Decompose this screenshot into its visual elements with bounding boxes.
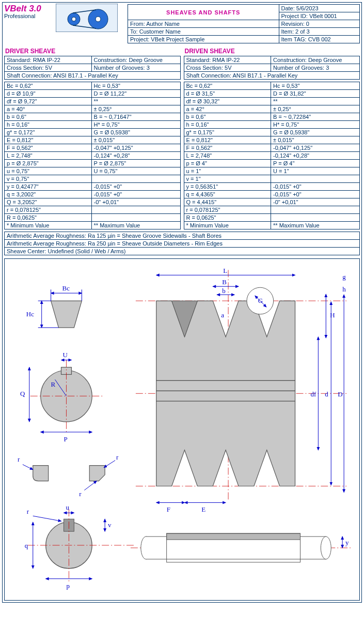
param-cell: B = ~ 0,71647"	[91, 113, 180, 121]
param-cell: L = 2,748"	[184, 152, 271, 160]
param-cell: Q = 4,4415"	[184, 198, 271, 206]
param-cell: -0,047" +0,125"	[271, 144, 360, 152]
param-cell: E = 0,812"	[5, 136, 92, 144]
driver-standard: Standard: RMA IP-22	[5, 56, 92, 64]
page-title: SHEAVES AND SHAFTS	[128, 5, 279, 20]
param-cell: -0,015" +0"	[91, 183, 180, 191]
param-cell: Bc = 0,62"	[184, 82, 271, 90]
dim-a: a	[221, 311, 224, 319]
param-cell: d = Ø 31,5"	[184, 90, 271, 98]
belt-logo-icon	[56, 4, 118, 32]
driven-xsect: Cross Section: 5V	[184, 64, 271, 72]
dim-L: L	[223, 267, 227, 274]
param-cell: D = Ø 11,22"	[91, 90, 180, 98]
param-cell: a = 42°	[184, 105, 271, 113]
param-cell: H* = 0,75"	[271, 121, 360, 129]
dim-Q: Q	[20, 390, 25, 397]
logo-block: VBelt 3.0 Professional	[4, 4, 125, 43]
param-cell: ± 0,25°	[271, 105, 360, 113]
dim-u: u	[66, 503, 69, 511]
param-cell: U = 0,75"	[91, 167, 180, 175]
meta-date: Date: 5/6/2023	[279, 5, 360, 12]
param-cell: D = Ø 31,82"	[271, 90, 360, 98]
param-cell: * Minimum Value	[5, 222, 92, 229]
param-cell: ** Maximum Value	[91, 222, 180, 229]
dim-h: h	[342, 285, 346, 293]
param-cell: **	[91, 98, 180, 105]
svg-rect-35	[156, 380, 295, 391]
dim-G: G	[258, 297, 263, 304]
dim-U: U	[63, 351, 68, 359]
param-cell: B = ~ 0,72284"	[271, 113, 360, 121]
param-cell: H* = 0,75"	[91, 121, 180, 129]
param-cell	[91, 206, 180, 214]
param-cell	[271, 214, 360, 222]
param-cell: -0,015" +0"	[271, 191, 360, 198]
dim-R: R	[51, 380, 56, 388]
param-cell	[271, 175, 360, 183]
param-cell: d = Ø 10,9"	[5, 90, 92, 98]
param-cell: y = 0,42477"	[5, 183, 92, 191]
param-cell	[91, 214, 180, 222]
svg-rect-0	[56, 4, 118, 32]
driven-column: DRIVEN SHEAVE Standard: RMA IP-22Constru…	[184, 47, 360, 229]
meta-project: Project: VBelt Project Sample	[128, 36, 279, 43]
param-cell: q = 3,2002"	[5, 191, 92, 198]
driver-xsect: Cross Section: 5V	[5, 64, 92, 72]
dim-df: df	[310, 390, 316, 398]
param-cell: -0,047" +0,125"	[91, 144, 180, 152]
driven-standard: Standard: RMA IP-22	[184, 56, 271, 64]
meta-from: From: Author Name	[128, 20, 279, 28]
param-cell	[271, 206, 360, 214]
driver-shaft: Shaft Connection: ANSI B17.1 - Parallel …	[5, 72, 181, 80]
driven-grooves: Number of Grooves: 3	[271, 64, 360, 72]
param-cell: r = 0,078125"	[184, 206, 271, 214]
param-cell: E = 0,812"	[184, 136, 271, 144]
dim-b: b	[222, 287, 225, 295]
notes-table: Arithmetic Average Roughness: Ra 125 µin…	[4, 232, 360, 255]
param-cell: R = 0,0625"	[184, 214, 271, 222]
meta-item: Item: 2 of 3	[279, 28, 360, 36]
header-info-table: SHEAVES AND SHAFTS Date: 5/6/2023 Projec…	[128, 4, 360, 43]
driver-heading: DRIVER SHEAVE	[5, 48, 181, 55]
dim-P: P	[64, 435, 68, 443]
dim-y: y	[345, 539, 349, 546]
dim-hc: Hc	[26, 310, 34, 318]
dim-v: v	[108, 521, 112, 529]
param-cell: Hc = 0,53"	[271, 82, 360, 90]
dim-r3: r	[79, 490, 82, 498]
param-cell: R = 0,0625"	[5, 214, 92, 222]
param-cell: P = Ø 2,875"	[91, 160, 180, 167]
param-cell: u = 1"	[184, 167, 271, 175]
param-cell: y = 0,56351"	[184, 183, 271, 191]
dim-bc: Bc	[62, 284, 70, 292]
param-cell: * Minimum Value	[184, 222, 271, 229]
param-cell: U = 1"	[271, 167, 360, 175]
param-cell	[91, 175, 180, 183]
param-cell: -0,124" +0,28"	[91, 152, 180, 160]
param-cell: Bc = 0,62"	[5, 82, 92, 90]
svg-rect-36	[156, 391, 295, 401]
svg-line-21	[84, 481, 97, 490]
param-cell: h = 0,16"	[5, 121, 92, 129]
param-cell: g* = 0,172"	[5, 129, 92, 136]
param-cell: Hc = 0,53"	[91, 82, 180, 90]
param-cell: b = 0,6"	[184, 113, 271, 121]
param-cell: q = 4,4365"	[184, 191, 271, 198]
technical-drawing: .dim { stroke:#0000cc; stroke-width:1; f…	[4, 258, 360, 601]
param-cell: G = Ø 0,5938"	[91, 129, 180, 136]
note-2: Arithmetic Average Roughness: Ra 250 µin…	[5, 240, 360, 248]
param-cell: Q = 3,2052"	[5, 198, 92, 206]
dim-B: B	[222, 278, 227, 286]
svg-point-50	[321, 536, 331, 559]
dim-r2: r	[116, 453, 119, 461]
meta-to: To: Customer Name	[128, 28, 279, 36]
note-1: Arithmetic Average Roughness: Ra 125 µin…	[5, 232, 360, 240]
dim-F: F	[167, 505, 170, 513]
svg-line-19	[23, 465, 33, 470]
param-cell: -0" +0,01"	[91, 198, 180, 206]
svg-point-4	[96, 17, 101, 22]
driver-grooves: Number of Grooves: 3	[91, 64, 180, 72]
param-cell: df = Ø 9,72"	[5, 98, 92, 105]
dim-q: q	[25, 542, 28, 549]
